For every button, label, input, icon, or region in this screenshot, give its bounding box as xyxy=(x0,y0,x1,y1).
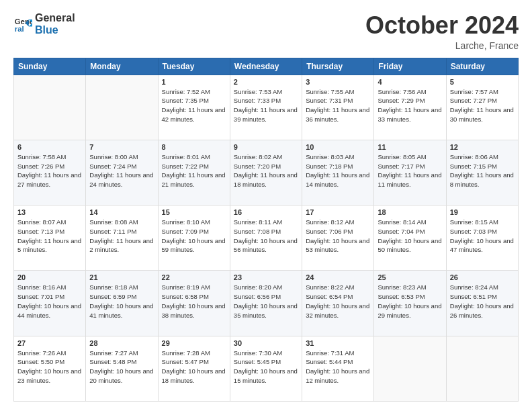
day-number: 31 xyxy=(306,339,370,347)
title-block: October 2024 Larche, France xyxy=(365,12,519,51)
logo-line2: Blue xyxy=(35,24,75,36)
table-row: 5Sunrise: 7:57 AMSunset: 7:27 PMDaylight… xyxy=(446,75,518,140)
day-info: Sunrise: 7:53 AMSunset: 7:33 PMDaylight:… xyxy=(234,87,298,124)
day-info: Sunrise: 7:55 AMSunset: 7:31 PMDaylight:… xyxy=(306,87,370,124)
table-row: 31Sunrise: 7:31 AMSunset: 5:44 PMDayligh… xyxy=(302,336,374,401)
day-info: Sunrise: 8:07 AMSunset: 7:13 PMDaylight:… xyxy=(17,218,82,255)
day-number: 27 xyxy=(17,339,82,347)
table-row: 22Sunrise: 8:19 AMSunset: 6:58 PMDayligh… xyxy=(158,271,230,336)
table-row: 18Sunrise: 8:14 AMSunset: 7:04 PMDayligh… xyxy=(374,205,446,271)
table-row: 19Sunrise: 8:15 AMSunset: 7:03 PMDayligh… xyxy=(446,205,518,271)
table-row: 27Sunrise: 7:26 AMSunset: 5:50 PMDayligh… xyxy=(14,336,86,401)
day-info: Sunrise: 7:30 AMSunset: 5:45 PMDaylight:… xyxy=(234,349,298,385)
table-row: 6Sunrise: 7:58 AMSunset: 7:26 PMDaylight… xyxy=(14,140,86,205)
table-row: 2Sunrise: 7:53 AMSunset: 7:33 PMDaylight… xyxy=(230,75,302,140)
day-info: Sunrise: 8:12 AMSunset: 7:06 PMDaylight:… xyxy=(306,218,370,255)
table-row: 23Sunrise: 8:20 AMSunset: 6:56 PMDayligh… xyxy=(230,271,302,336)
day-number: 19 xyxy=(450,208,515,216)
day-number: 2 xyxy=(234,78,298,86)
day-info: Sunrise: 7:26 AMSunset: 5:50 PMDaylight:… xyxy=(17,349,82,385)
day-info: Sunrise: 8:03 AMSunset: 7:18 PMDaylight:… xyxy=(306,152,370,189)
day-info: Sunrise: 7:27 AMSunset: 5:48 PMDaylight:… xyxy=(89,349,154,385)
page: Gene ral General Blue October 2024 Larch… xyxy=(0,0,532,411)
table-row: 3Sunrise: 7:55 AMSunset: 7:31 PMDaylight… xyxy=(302,75,374,140)
table-row: 16Sunrise: 8:11 AMSunset: 7:08 PMDayligh… xyxy=(230,205,302,271)
logo-line1: General xyxy=(35,12,75,24)
table-row: 15Sunrise: 8:10 AMSunset: 7:09 PMDayligh… xyxy=(158,205,230,271)
location: Larche, France xyxy=(365,40,519,51)
col-saturday: Saturday xyxy=(446,58,518,75)
day-info: Sunrise: 8:22 AMSunset: 6:54 PMDaylight:… xyxy=(306,283,370,320)
table-row xyxy=(374,336,446,401)
table-row: 9Sunrise: 8:02 AMSunset: 7:20 PMDaylight… xyxy=(230,140,302,205)
day-number: 24 xyxy=(306,273,370,281)
calendar-week-4: 20Sunrise: 8:16 AMSunset: 7:01 PMDayligh… xyxy=(14,271,519,336)
col-monday: Monday xyxy=(86,58,158,75)
day-info: Sunrise: 8:08 AMSunset: 7:11 PMDaylight:… xyxy=(89,218,154,255)
col-thursday: Thursday xyxy=(302,58,374,75)
col-sunday: Sunday xyxy=(14,58,86,75)
day-number: 28 xyxy=(89,339,154,347)
table-row: 14Sunrise: 8:08 AMSunset: 7:11 PMDayligh… xyxy=(86,205,158,271)
day-info: Sunrise: 8:15 AMSunset: 7:03 PMDaylight:… xyxy=(450,218,515,255)
day-number: 10 xyxy=(306,143,370,151)
table-row: 21Sunrise: 8:18 AMSunset: 6:59 PMDayligh… xyxy=(86,271,158,336)
svg-text:ral: ral xyxy=(15,24,24,32)
calendar-week-3: 13Sunrise: 8:07 AMSunset: 7:13 PMDayligh… xyxy=(14,205,519,271)
table-row: 7Sunrise: 8:00 AMSunset: 7:24 PMDaylight… xyxy=(86,140,158,205)
day-number: 14 xyxy=(89,208,154,216)
day-info: Sunrise: 8:18 AMSunset: 6:59 PMDaylight:… xyxy=(89,283,154,320)
logo-icon: Gene ral xyxy=(13,15,32,34)
day-number: 9 xyxy=(234,143,298,151)
day-number: 1 xyxy=(162,78,226,86)
day-info: Sunrise: 7:52 AMSunset: 7:35 PMDaylight:… xyxy=(162,87,226,124)
day-number: 5 xyxy=(450,78,515,86)
calendar-week-5: 27Sunrise: 7:26 AMSunset: 5:50 PMDayligh… xyxy=(14,336,519,401)
day-info: Sunrise: 8:16 AMSunset: 7:01 PMDaylight:… xyxy=(17,283,82,320)
day-info: Sunrise: 7:56 AMSunset: 7:29 PMDaylight:… xyxy=(378,87,442,124)
day-info: Sunrise: 8:05 AMSunset: 7:17 PMDaylight:… xyxy=(378,152,442,189)
table-row: 12Sunrise: 8:06 AMSunset: 7:15 PMDayligh… xyxy=(446,140,518,205)
day-number: 6 xyxy=(17,143,82,151)
calendar-week-2: 6Sunrise: 7:58 AMSunset: 7:26 PMDaylight… xyxy=(14,140,519,205)
day-number: 4 xyxy=(378,78,442,86)
table-row: 28Sunrise: 7:27 AMSunset: 5:48 PMDayligh… xyxy=(86,336,158,401)
table-row: 11Sunrise: 8:05 AMSunset: 7:17 PMDayligh… xyxy=(374,140,446,205)
day-number: 22 xyxy=(162,273,226,281)
table-row: 20Sunrise: 8:16 AMSunset: 7:01 PMDayligh… xyxy=(14,271,86,336)
table-row: 13Sunrise: 8:07 AMSunset: 7:13 PMDayligh… xyxy=(14,205,86,271)
day-info: Sunrise: 8:24 AMSunset: 6:51 PMDaylight:… xyxy=(450,283,515,320)
day-number: 13 xyxy=(17,208,82,216)
day-number: 11 xyxy=(378,143,442,151)
day-info: Sunrise: 8:10 AMSunset: 7:09 PMDaylight:… xyxy=(162,218,226,255)
table-row: 26Sunrise: 8:24 AMSunset: 6:51 PMDayligh… xyxy=(446,271,518,336)
table-row: 17Sunrise: 8:12 AMSunset: 7:06 PMDayligh… xyxy=(302,205,374,271)
day-number: 16 xyxy=(234,208,298,216)
table-row: 30Sunrise: 7:30 AMSunset: 5:45 PMDayligh… xyxy=(230,336,302,401)
logo-text: General Blue xyxy=(35,12,75,36)
table-row xyxy=(86,75,158,140)
table-row: 8Sunrise: 8:01 AMSunset: 7:22 PMDaylight… xyxy=(158,140,230,205)
table-row: 4Sunrise: 7:56 AMSunset: 7:29 PMDaylight… xyxy=(374,75,446,140)
day-number: 15 xyxy=(162,208,226,216)
day-number: 20 xyxy=(17,273,82,281)
col-tuesday: Tuesday xyxy=(158,58,230,75)
header: Gene ral General Blue October 2024 Larch… xyxy=(13,12,519,51)
day-info: Sunrise: 8:06 AMSunset: 7:15 PMDaylight:… xyxy=(450,152,515,189)
day-info: Sunrise: 8:02 AMSunset: 7:20 PMDaylight:… xyxy=(234,152,298,189)
calendar-header-row: Sunday Monday Tuesday Wednesday Thursday… xyxy=(14,58,519,75)
day-number: 29 xyxy=(162,339,226,347)
month-title: October 2024 xyxy=(365,12,519,39)
col-friday: Friday xyxy=(374,58,446,75)
logo: Gene ral General Blue xyxy=(13,12,75,36)
calendar-week-1: 1Sunrise: 7:52 AMSunset: 7:35 PMDaylight… xyxy=(14,75,519,140)
day-info: Sunrise: 8:11 AMSunset: 7:08 PMDaylight:… xyxy=(234,218,298,255)
day-number: 18 xyxy=(378,208,442,216)
day-number: 23 xyxy=(234,273,298,281)
day-info: Sunrise: 7:58 AMSunset: 7:26 PMDaylight:… xyxy=(17,152,82,189)
day-number: 21 xyxy=(89,273,154,281)
day-info: Sunrise: 8:20 AMSunset: 6:56 PMDaylight:… xyxy=(234,283,298,320)
day-info: Sunrise: 8:19 AMSunset: 6:58 PMDaylight:… xyxy=(162,283,226,320)
table-row: 29Sunrise: 7:28 AMSunset: 5:47 PMDayligh… xyxy=(158,336,230,401)
table-row xyxy=(446,336,518,401)
